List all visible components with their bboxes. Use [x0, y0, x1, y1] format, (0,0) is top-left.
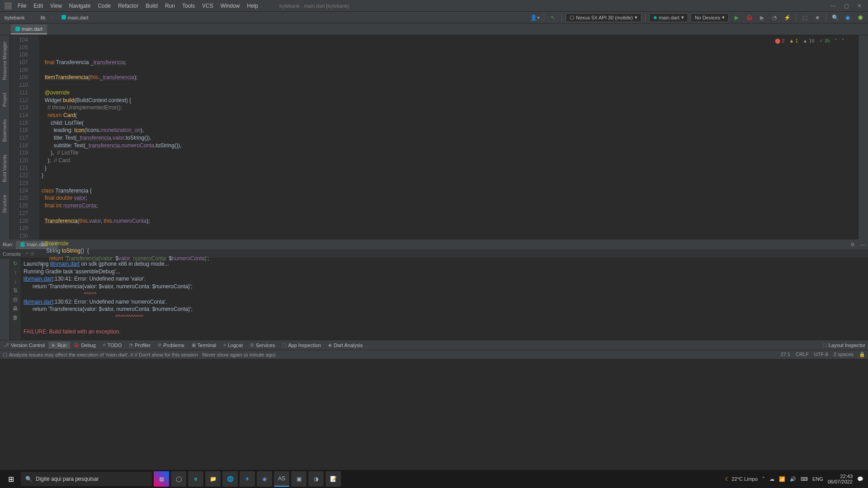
menu-code[interactable]: Code — [94, 1, 114, 11]
build-hammer-icon[interactable]: ↖ — [548, 13, 558, 23]
debug-icon[interactable]: 🐞 — [744, 13, 754, 23]
no-devices-selector[interactable]: No Devices▾ — [691, 13, 729, 22]
code-line[interactable]: title: Text(_transferencia.valor.toStrin… — [42, 134, 858, 142]
code-editor[interactable]: ⬤ 2 ▲ 1 ▲ 16 ✓ 35 ˄ ˅ final Transferenci… — [39, 35, 858, 239]
tool-bookmarks[interactable]: Bookmarks — [1, 117, 8, 144]
updates-icon[interactable]: ⬢ — [855, 13, 865, 23]
code-line[interactable]: ), // ListTile — [42, 149, 858, 157]
wifi-icon[interactable]: 📶 — [779, 476, 785, 482]
bottom-tab-app-inspection[interactable]: ⬚App Inspection — [278, 342, 325, 349]
breadcrumb-item[interactable]: main.dart — [60, 14, 90, 21]
layout-inspector-tab[interactable]: ⬚Layout Inspector — [819, 342, 868, 349]
clear-icon[interactable]: 🗑 — [13, 314, 18, 321]
menu-run[interactable]: Run — [162, 1, 178, 11]
code-line[interactable]: Transferencia(this.valor, this.numeroCon… — [42, 217, 858, 225]
typo-count[interactable]: ✓ 35 — [819, 37, 830, 45]
code-line[interactable]: } — [42, 164, 858, 172]
hint-count[interactable]: ▲ 16 — [802, 37, 814, 45]
explorer-icon[interactable]: 📁 — [205, 471, 221, 487]
code-line[interactable]: String toString() { — [42, 247, 858, 255]
menu-edit[interactable]: Edit — [30, 1, 46, 11]
inspection-summary[interactable]: ⬤ 2 ▲ 1 ▲ 16 ✓ 35 ˄ ˅ — [775, 37, 844, 45]
maximize-button[interactable]: ▢ — [844, 3, 849, 9]
scroll-icon[interactable]: ⊘ — [30, 251, 34, 257]
code-line[interactable] — [42, 81, 858, 89]
telegram-icon[interactable]: ✈ — [240, 471, 255, 487]
breadcrumb-item[interactable]: bytebank — [3, 14, 27, 21]
code-line[interactable]: Widget build(BuildContext context) { — [42, 97, 858, 104]
device-selector[interactable]: ▢Nexus 5X API 30 (mobile)▾ — [566, 13, 642, 22]
bottom-tab-profiler[interactable]: ◔Profiler — [125, 342, 154, 349]
menu-vcs[interactable]: VCS — [199, 1, 217, 11]
code-line[interactable]: final int numeroConta; — [42, 202, 858, 210]
soft-wrap-icon[interactable]: ⊟ — [13, 296, 18, 303]
status-item[interactable]: CRLF — [796, 352, 809, 357]
keyboard-icon[interactable]: ⌨ — [801, 476, 808, 482]
stop-icon[interactable]: ■ — [812, 13, 822, 23]
bottom-tab-services[interactable]: ⚙Services — [246, 342, 278, 349]
task-view-icon[interactable]: ▦ — [154, 471, 169, 487]
code-line[interactable]: } — [42, 172, 858, 179]
hot-reload-icon[interactable]: ⚡ — [782, 13, 792, 23]
code-line[interactable]: return 'Transferencia{valor: $valor, num… — [42, 255, 858, 263]
run-icon[interactable]: ▶ — [731, 13, 741, 23]
bottom-tab-dart-analysis[interactable]: ◆Dart Analysis — [325, 342, 366, 349]
chrome-icon[interactable]: 🌐 — [222, 471, 238, 487]
clock[interactable]: 22:43 06/07/2022 — [828, 474, 853, 484]
bottom-tab-logcat[interactable]: ≡Logcat — [220, 342, 246, 349]
terminal-icon[interactable]: ▣ — [291, 471, 307, 487]
bottom-tab-todo[interactable]: ≡TODO — [99, 342, 125, 349]
start-button[interactable]: ⊞ — [2, 470, 20, 488]
edge-icon[interactable]: e — [188, 471, 203, 487]
code-line[interactable]: // throw UnimplementedError(); — [42, 104, 858, 112]
tool-structure[interactable]: Structure — [1, 193, 8, 215]
notifications-icon[interactable]: 💬 — [857, 476, 863, 482]
status-item[interactable]: 2 spaces — [834, 352, 854, 357]
chevron-up-icon[interactable]: ˄ — [762, 476, 765, 482]
down-icon[interactable]: ↓ — [14, 278, 17, 285]
code-line[interactable]: class Transferencia { — [42, 187, 858, 195]
menu-build[interactable]: Build — [142, 1, 161, 11]
warning-count[interactable]: ▲ 1 — [789, 37, 798, 45]
search-icon[interactable]: 🔍 — [830, 13, 840, 23]
menu-navigate[interactable]: Navigate — [66, 1, 94, 11]
code-line[interactable]: child: ListTile( — [42, 119, 858, 127]
up-icon[interactable]: ↑ — [14, 269, 17, 276]
tool-resource-manager[interactable]: Resource Manager — [1, 40, 8, 82]
code-line[interactable]: return Card( — [42, 112, 858, 119]
code-line[interactable]: leading: Icon(Icons.monetization_on), — [42, 127, 858, 134]
discord-icon[interactable]: ◉ — [257, 471, 272, 487]
android-studio-icon[interactable]: AS — [274, 471, 289, 487]
bottom-tab-problems[interactable]: ⊘Problems — [154, 342, 188, 349]
app-icon[interactable]: ◑ — [308, 471, 324, 487]
add-config-icon[interactable]: 👤▾ — [530, 13, 540, 23]
run-config-selector[interactable]: ◆main.dart▾ — [649, 13, 688, 22]
code-line[interactable]: final double valor; — [42, 194, 858, 202]
code-line[interactable]: }@override — [42, 240, 858, 248]
menu-refactor[interactable]: Refactor — [115, 1, 142, 11]
error-count[interactable]: ⬤ 2 — [775, 37, 784, 45]
chevron-up-icon[interactable]: ˄ — [835, 37, 837, 45]
filter-icon[interactable]: ↗ — [24, 251, 28, 257]
onedrive-icon[interactable]: ☁ — [769, 476, 774, 482]
code-line[interactable]: subtitle: Text(_transferencia.numeroCont… — [42, 142, 858, 150]
code-line[interactable] — [42, 66, 858, 74]
minimize-panel-icon[interactable]: — — [858, 242, 868, 247]
menu-view[interactable]: View — [47, 1, 65, 11]
bottom-tab-version-control[interactable]: ⎇Version Control — [0, 342, 48, 349]
menu-file[interactable]: File — [14, 1, 29, 11]
code-line[interactable]: ); // Card — [42, 157, 858, 164]
bottom-tab-run[interactable]: ▶Run — [48, 342, 70, 349]
minimize-button[interactable]: — — [830, 3, 836, 9]
chevron-down-icon[interactable]: ˅ — [842, 37, 844, 45]
language-indicator[interactable]: ENG — [812, 476, 823, 482]
code-line[interactable]: } — [42, 263, 858, 270]
avatar-icon[interactable]: ◉ — [843, 13, 853, 23]
tool-project[interactable]: Project — [1, 91, 8, 108]
bottom-tab-terminal[interactable]: ▣Terminal — [188, 342, 220, 349]
tool-build-variants[interactable]: Build Variants — [1, 153, 8, 184]
breadcrumb[interactable]: bytebank〉lib〉main.dart — [3, 13, 90, 22]
status-item[interactable]: UTF-8 — [814, 352, 828, 357]
cortana-icon[interactable]: ◯ — [171, 471, 186, 487]
weather-widget[interactable]: ☾ 22°C Limpo — [725, 476, 758, 482]
